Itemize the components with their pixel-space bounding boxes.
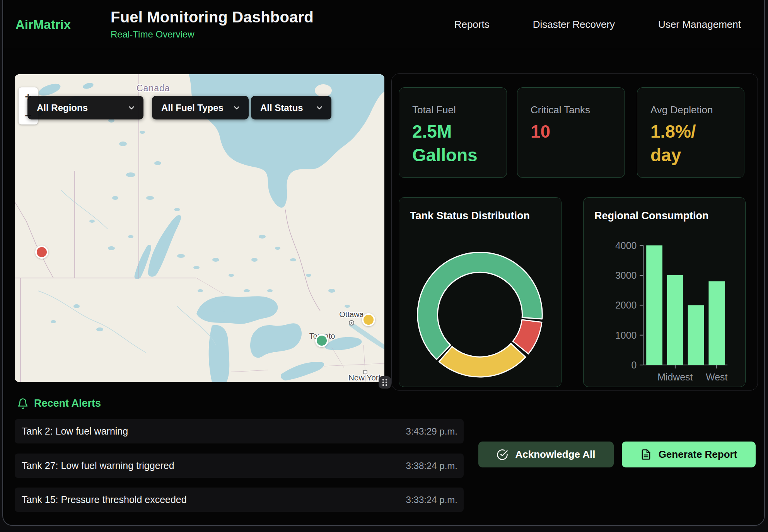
city-label-ottawa: Ottawa [339, 310, 364, 319]
grip-dots-icon [381, 378, 389, 387]
stat-card-critical-tanks: Critical Tanks 10 [517, 87, 625, 178]
stat-value-critical-tanks: 10 [531, 120, 625, 143]
stat-label: Total Fuel [412, 104, 507, 116]
tank-status-card: Tank Status Distribution [399, 197, 561, 387]
regional-consumption-chart: 01000200030004000MidwestWest [584, 198, 745, 387]
svg-text:West: West [706, 372, 727, 382]
alert-message: Tank 15: Pressure threshold exceeded [22, 494, 187, 505]
map-resize-handle[interactable] [379, 376, 391, 389]
alert-row[interactable]: Tank 27: Low fuel warning triggered 3:38… [15, 454, 464, 478]
svg-text:2000: 2000 [615, 300, 637, 310]
check-circle-icon [497, 449, 508, 460]
fuel-type-filter-select[interactable]: All Fuel Types [152, 96, 249, 119]
chevron-down-icon [315, 104, 324, 112]
map-container[interactable]: Canada Ottawa Toronto New York + − All R… [15, 74, 384, 382]
chevron-down-icon [127, 104, 136, 112]
header: AirMatrix Fuel Monitoring Dashboard Real… [3, 0, 764, 49]
nav-item-disaster-recovery[interactable]: Disaster Recovery [533, 19, 615, 31]
alert-message: Tank 27: Low fuel warning triggered [22, 460, 174, 471]
alert-row[interactable]: Tank 2: Low fuel warning 3:43:29 p.m. [15, 419, 464, 443]
bell-icon [17, 398, 29, 409]
region-filter-select[interactable]: All Regions [27, 96, 143, 119]
city-label-new-york: New York [348, 373, 383, 382]
alert-timestamp: 3:33:24 p.m. [406, 494, 457, 505]
alert-timestamp: 3:38:24 p.m. [406, 460, 457, 471]
regional-consumption-card: Regional Consumption 01000200030004000Mi… [583, 197, 746, 387]
generate-report-button[interactable]: Generate Report [622, 442, 756, 467]
stat-label: Avg Depletion [650, 104, 744, 116]
main-nav: Reports Disaster Recovery User Managemen… [454, 0, 741, 49]
region-filter-value: All Regions [37, 102, 88, 113]
svg-text:4000: 4000 [615, 240, 637, 251]
page-title: Fuel Monitoring Dashboard [111, 9, 314, 26]
svg-text:0: 0 [631, 360, 637, 370]
stat-label: Critical Tanks [531, 104, 625, 116]
country-label: Canada [137, 83, 170, 93]
alert-row[interactable]: Tank 15: Pressure threshold exceeded 3:3… [15, 488, 464, 512]
nav-item-user-management[interactable]: User Management [658, 19, 741, 31]
alerts-title: Recent Alerts [34, 397, 101, 409]
stat-card-total-fuel: Total Fuel 2.5MGallons [399, 87, 507, 178]
tank-status-donut [399, 198, 561, 387]
map-filter-bar: All Regions All Fuel Types All Status [27, 96, 331, 119]
tank-marker-warning[interactable] [362, 313, 375, 326]
svg-text:Midwest: Midwest [657, 372, 693, 382]
stat-value-total-fuel: 2.5MGallons [412, 120, 507, 167]
brand-logo: AirMatrix [15, 0, 71, 49]
acknowledge-all-button[interactable]: Acknowledge All [478, 442, 614, 467]
svg-text:1000: 1000 [615, 330, 637, 341]
map-canvas[interactable]: Canada Ottawa Toronto New York [15, 74, 384, 382]
acknowledge-all-label: Acknowledge All [515, 448, 595, 460]
report-document-icon [640, 449, 652, 460]
stat-value-avg-depletion: 1.8%/day [650, 120, 744, 167]
page-subtitle: Real-Time Overview [111, 29, 314, 40]
metrics-panel: Total Fuel 2.5MGallons Critical Tanks 10… [391, 73, 758, 390]
chevron-down-icon [232, 104, 241, 112]
title-block: Fuel Monitoring Dashboard Real-Time Over… [111, 9, 314, 40]
status-filter-select[interactable]: All Status [251, 96, 331, 119]
tank-marker-critical[interactable] [35, 246, 48, 259]
alerts-header: Recent Alerts [17, 397, 101, 409]
nav-item-reports[interactable]: Reports [454, 19, 490, 31]
generate-report-label: Generate Report [659, 448, 737, 460]
alert-timestamp: 3:43:29 p.m. [406, 426, 457, 437]
alert-message: Tank 2: Low fuel warning [22, 426, 128, 437]
svg-text:3000: 3000 [615, 270, 637, 281]
fuel-type-filter-value: All Fuel Types [161, 102, 224, 113]
status-filter-value: All Status [260, 102, 303, 113]
stat-card-avg-depletion: Avg Depletion 1.8%/day [637, 87, 744, 178]
tank-marker-normal[interactable] [315, 334, 328, 347]
